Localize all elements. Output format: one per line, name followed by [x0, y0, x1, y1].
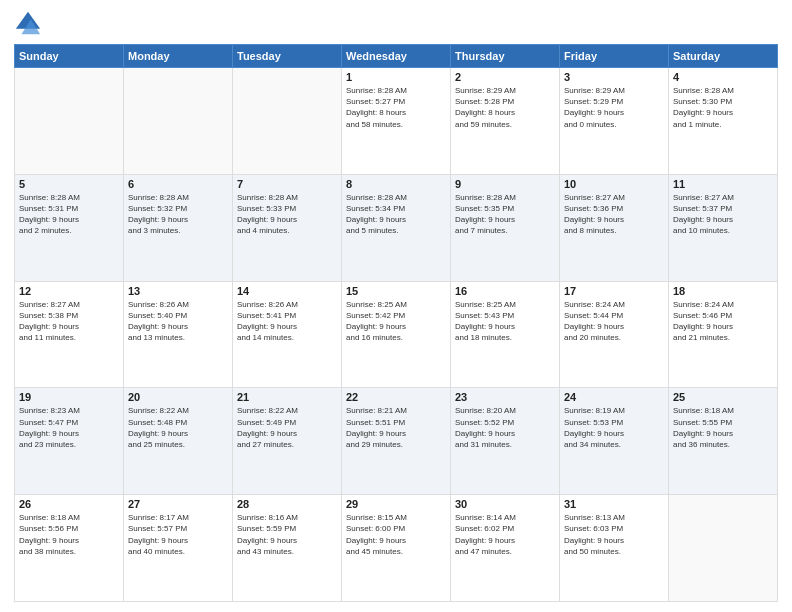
day-number: 30: [455, 498, 555, 510]
day-info: Sunrise: 8:14 AM Sunset: 6:02 PM Dayligh…: [455, 512, 555, 557]
calendar-cell: 31Sunrise: 8:13 AM Sunset: 6:03 PM Dayli…: [560, 495, 669, 602]
header: [14, 10, 778, 38]
calendar-cell: 8Sunrise: 8:28 AM Sunset: 5:34 PM Daylig…: [342, 174, 451, 281]
day-info: Sunrise: 8:24 AM Sunset: 5:46 PM Dayligh…: [673, 299, 773, 344]
calendar-cell: 9Sunrise: 8:28 AM Sunset: 5:35 PM Daylig…: [451, 174, 560, 281]
day-number: 5: [19, 178, 119, 190]
calendar-cell: 16Sunrise: 8:25 AM Sunset: 5:43 PM Dayli…: [451, 281, 560, 388]
day-number: 11: [673, 178, 773, 190]
day-number: 9: [455, 178, 555, 190]
day-number: 14: [237, 285, 337, 297]
day-info: Sunrise: 8:28 AM Sunset: 5:31 PM Dayligh…: [19, 192, 119, 237]
calendar-cell: 30Sunrise: 8:14 AM Sunset: 6:02 PM Dayli…: [451, 495, 560, 602]
day-number: 13: [128, 285, 228, 297]
day-number: 15: [346, 285, 446, 297]
day-info: Sunrise: 8:27 AM Sunset: 5:37 PM Dayligh…: [673, 192, 773, 237]
day-info: Sunrise: 8:15 AM Sunset: 6:00 PM Dayligh…: [346, 512, 446, 557]
day-info: Sunrise: 8:28 AM Sunset: 5:34 PM Dayligh…: [346, 192, 446, 237]
day-info: Sunrise: 8:26 AM Sunset: 5:41 PM Dayligh…: [237, 299, 337, 344]
calendar-cell: 12Sunrise: 8:27 AM Sunset: 5:38 PM Dayli…: [15, 281, 124, 388]
day-info: Sunrise: 8:17 AM Sunset: 5:57 PM Dayligh…: [128, 512, 228, 557]
day-number: 16: [455, 285, 555, 297]
day-info: Sunrise: 8:18 AM Sunset: 5:55 PM Dayligh…: [673, 405, 773, 450]
day-info: Sunrise: 8:16 AM Sunset: 5:59 PM Dayligh…: [237, 512, 337, 557]
col-header-thursday: Thursday: [451, 45, 560, 68]
col-header-sunday: Sunday: [15, 45, 124, 68]
day-number: 18: [673, 285, 773, 297]
col-header-friday: Friday: [560, 45, 669, 68]
day-info: Sunrise: 8:18 AM Sunset: 5:56 PM Dayligh…: [19, 512, 119, 557]
day-info: Sunrise: 8:19 AM Sunset: 5:53 PM Dayligh…: [564, 405, 664, 450]
day-info: Sunrise: 8:22 AM Sunset: 5:48 PM Dayligh…: [128, 405, 228, 450]
logo: [14, 10, 46, 38]
calendar-cell: 2Sunrise: 8:29 AM Sunset: 5:28 PM Daylig…: [451, 68, 560, 175]
day-number: 28: [237, 498, 337, 510]
calendar-cell: 18Sunrise: 8:24 AM Sunset: 5:46 PM Dayli…: [669, 281, 778, 388]
day-info: Sunrise: 8:27 AM Sunset: 5:36 PM Dayligh…: [564, 192, 664, 237]
calendar-cell: 13Sunrise: 8:26 AM Sunset: 5:40 PM Dayli…: [124, 281, 233, 388]
day-info: Sunrise: 8:25 AM Sunset: 5:42 PM Dayligh…: [346, 299, 446, 344]
day-number: 19: [19, 391, 119, 403]
day-number: 6: [128, 178, 228, 190]
day-number: 4: [673, 71, 773, 83]
calendar-cell: [669, 495, 778, 602]
day-info: Sunrise: 8:13 AM Sunset: 6:03 PM Dayligh…: [564, 512, 664, 557]
day-info: Sunrise: 8:26 AM Sunset: 5:40 PM Dayligh…: [128, 299, 228, 344]
day-number: 20: [128, 391, 228, 403]
day-number: 21: [237, 391, 337, 403]
calendar-cell: 22Sunrise: 8:21 AM Sunset: 5:51 PM Dayli…: [342, 388, 451, 495]
day-number: 31: [564, 498, 664, 510]
day-number: 25: [673, 391, 773, 403]
day-info: Sunrise: 8:23 AM Sunset: 5:47 PM Dayligh…: [19, 405, 119, 450]
calendar-cell: 29Sunrise: 8:15 AM Sunset: 6:00 PM Dayli…: [342, 495, 451, 602]
col-header-wednesday: Wednesday: [342, 45, 451, 68]
calendar-cell: 4Sunrise: 8:28 AM Sunset: 5:30 PM Daylig…: [669, 68, 778, 175]
day-number: 7: [237, 178, 337, 190]
calendar-header-row: SundayMondayTuesdayWednesdayThursdayFrid…: [15, 45, 778, 68]
day-number: 29: [346, 498, 446, 510]
calendar-week-4: 19Sunrise: 8:23 AM Sunset: 5:47 PM Dayli…: [15, 388, 778, 495]
calendar-cell: 3Sunrise: 8:29 AM Sunset: 5:29 PM Daylig…: [560, 68, 669, 175]
day-number: 17: [564, 285, 664, 297]
day-number: 26: [19, 498, 119, 510]
calendar-table: SundayMondayTuesdayWednesdayThursdayFrid…: [14, 44, 778, 602]
calendar-week-5: 26Sunrise: 8:18 AM Sunset: 5:56 PM Dayli…: [15, 495, 778, 602]
day-number: 1: [346, 71, 446, 83]
calendar-cell: 27Sunrise: 8:17 AM Sunset: 5:57 PM Dayli…: [124, 495, 233, 602]
calendar-cell: [15, 68, 124, 175]
day-number: 12: [19, 285, 119, 297]
day-info: Sunrise: 8:29 AM Sunset: 5:28 PM Dayligh…: [455, 85, 555, 130]
calendar-cell: 5Sunrise: 8:28 AM Sunset: 5:31 PM Daylig…: [15, 174, 124, 281]
calendar-cell: 14Sunrise: 8:26 AM Sunset: 5:41 PM Dayli…: [233, 281, 342, 388]
calendar-cell: 17Sunrise: 8:24 AM Sunset: 5:44 PM Dayli…: [560, 281, 669, 388]
calendar-cell: [233, 68, 342, 175]
calendar-cell: 20Sunrise: 8:22 AM Sunset: 5:48 PM Dayli…: [124, 388, 233, 495]
calendar-cell: 26Sunrise: 8:18 AM Sunset: 5:56 PM Dayli…: [15, 495, 124, 602]
day-number: 2: [455, 71, 555, 83]
day-info: Sunrise: 8:29 AM Sunset: 5:29 PM Dayligh…: [564, 85, 664, 130]
calendar-week-3: 12Sunrise: 8:27 AM Sunset: 5:38 PM Dayli…: [15, 281, 778, 388]
day-number: 24: [564, 391, 664, 403]
day-info: Sunrise: 8:25 AM Sunset: 5:43 PM Dayligh…: [455, 299, 555, 344]
logo-icon: [14, 10, 42, 38]
calendar-cell: 10Sunrise: 8:27 AM Sunset: 5:36 PM Dayli…: [560, 174, 669, 281]
calendar-cell: 15Sunrise: 8:25 AM Sunset: 5:42 PM Dayli…: [342, 281, 451, 388]
calendar-cell: 19Sunrise: 8:23 AM Sunset: 5:47 PM Dayli…: [15, 388, 124, 495]
calendar-cell: 23Sunrise: 8:20 AM Sunset: 5:52 PM Dayli…: [451, 388, 560, 495]
day-info: Sunrise: 8:24 AM Sunset: 5:44 PM Dayligh…: [564, 299, 664, 344]
day-number: 8: [346, 178, 446, 190]
day-info: Sunrise: 8:28 AM Sunset: 5:27 PM Dayligh…: [346, 85, 446, 130]
calendar-cell: 6Sunrise: 8:28 AM Sunset: 5:32 PM Daylig…: [124, 174, 233, 281]
day-info: Sunrise: 8:28 AM Sunset: 5:33 PM Dayligh…: [237, 192, 337, 237]
calendar-cell: 7Sunrise: 8:28 AM Sunset: 5:33 PM Daylig…: [233, 174, 342, 281]
day-info: Sunrise: 8:28 AM Sunset: 5:30 PM Dayligh…: [673, 85, 773, 130]
calendar-cell: 25Sunrise: 8:18 AM Sunset: 5:55 PM Dayli…: [669, 388, 778, 495]
calendar-cell: 21Sunrise: 8:22 AM Sunset: 5:49 PM Dayli…: [233, 388, 342, 495]
calendar-cell: 24Sunrise: 8:19 AM Sunset: 5:53 PM Dayli…: [560, 388, 669, 495]
day-info: Sunrise: 8:28 AM Sunset: 5:35 PM Dayligh…: [455, 192, 555, 237]
day-number: 3: [564, 71, 664, 83]
day-info: Sunrise: 8:21 AM Sunset: 5:51 PM Dayligh…: [346, 405, 446, 450]
col-header-monday: Monday: [124, 45, 233, 68]
calendar-cell: 1Sunrise: 8:28 AM Sunset: 5:27 PM Daylig…: [342, 68, 451, 175]
day-info: Sunrise: 8:20 AM Sunset: 5:52 PM Dayligh…: [455, 405, 555, 450]
